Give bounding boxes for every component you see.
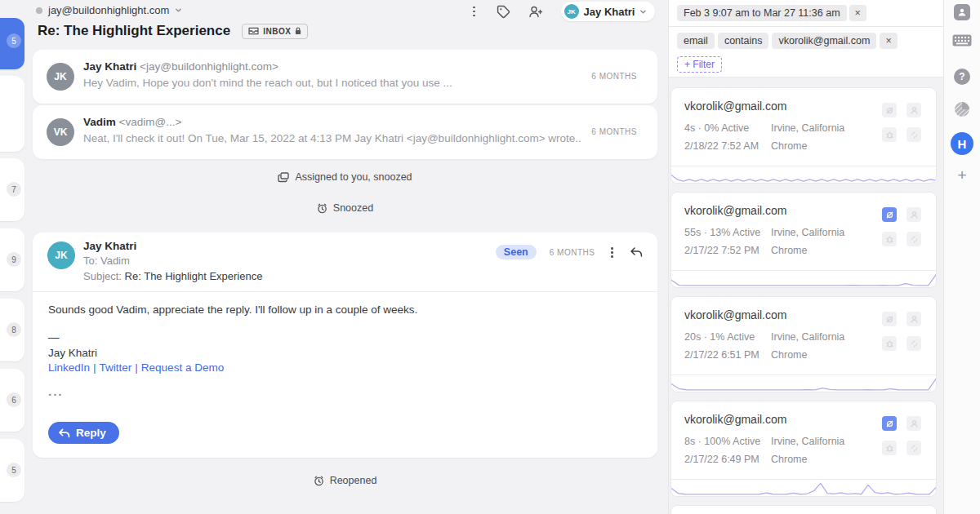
date-filter-section: Feb 3 9:07 am to Mar 27 11:36 am × (669, 0, 943, 27)
reply-arrow-icon[interactable] (630, 246, 643, 258)
message-options-icon[interactable] (608, 244, 617, 261)
remove-filter-icon[interactable]: × (880, 33, 897, 49)
reply-arrow-icon (58, 428, 70, 438)
session-card[interactable] (670, 505, 937, 514)
thread-item-selected[interactable]: 5 (0, 18, 24, 69)
divider (33, 291, 657, 292)
app-window: 5 7 9 8 6 5 jay@buildonhighlight.com (0, 0, 980, 514)
add-person-icon[interactable] (528, 5, 543, 19)
sender-address: <vadim@...> (119, 116, 182, 128)
lock-icon (295, 27, 301, 35)
avatar: JK (564, 4, 579, 19)
session-browser: Chrome (771, 140, 807, 152)
sender-name: Vadim (83, 116, 116, 128)
session-email: vkorolik@gmail.com (684, 413, 786, 426)
rage-clicks-icon (906, 232, 921, 246)
help-icon[interactable]: ? (954, 69, 970, 85)
assigned-icon (278, 172, 289, 183)
chevron-down-icon (175, 7, 182, 14)
message-age: 6 MONTHS (591, 127, 637, 136)
date-range-filter[interactable]: Feb 3 9:07 am to Mar 27 11:36 am (677, 5, 847, 21)
query-filter-section: email contains vkorolik@gmail.com × + Fi… (669, 27, 943, 78)
show-quoted-text-button[interactable]: ... (48, 384, 64, 398)
viewed-icon (882, 103, 897, 117)
account-selector[interactable]: jay@buildonhighlight.com (36, 4, 182, 16)
message-age: 6 MONTHS (591, 72, 637, 81)
session-card[interactable]: vkorolik@gmail.com 20s · 1% Active Irvin… (670, 296, 937, 392)
alarm-clock-icon (314, 476, 324, 486)
activity-sparkline (671, 166, 936, 183)
remove-date-filter-icon[interactable]: × (849, 5, 866, 21)
activity-sparkline (671, 374, 936, 392)
add-filter-button[interactable]: + Filter (677, 56, 722, 73)
avatar: JK (47, 241, 75, 269)
viewed-icon (882, 207, 897, 222)
first-time-user-icon (906, 207, 921, 222)
viewed-icon (882, 416, 897, 431)
session-active-pct: 1% Active (710, 331, 755, 343)
thread-count-badge: 8 (7, 322, 21, 337)
activity-sparkline (671, 270, 936, 287)
session-card[interactable]: vkorolik@gmail.com 4s · 0% Active Irvine… (670, 87, 937, 184)
thread-item[interactable] (0, 76, 24, 152)
session-location: Irvine, California (771, 331, 844, 343)
filter-operator-chip[interactable]: contains (718, 33, 769, 49)
account-email: jay@buildonhighlight.com (48, 4, 169, 16)
session-browser: Chrome (771, 454, 807, 465)
subject-label: Subject: (83, 270, 125, 282)
message-row[interactable]: VK Vadim <vadim@...> Neat, I'll check it… (33, 105, 657, 159)
thread-item[interactable]: 9 (0, 228, 24, 291)
thread-item[interactable]: 5 (0, 439, 24, 502)
session-datetime: 2/18/22 7:52 AM (684, 140, 759, 152)
thread-item[interactable]: 8 (0, 299, 24, 361)
status-snoozed: Snoozed (33, 202, 657, 214)
reply-button[interactable]: Reply (48, 422, 119, 444)
session-active-pct: 0% Active (704, 122, 749, 134)
link-request-demo[interactable]: Request a Demo (141, 361, 224, 374)
session-active-pct: 13% Active (710, 227, 760, 238)
thread-count-badge: 7 (7, 182, 21, 197)
highlight-logo[interactable]: H (951, 132, 973, 155)
session-browser: Chrome (771, 245, 807, 256)
thread-count-badge: 5 (7, 463, 21, 477)
session-email: vkorolik@gmail.com (684, 308, 786, 321)
add-icon[interactable]: + (957, 166, 966, 184)
right-toolbar: ? H + (943, 0, 980, 514)
thread-item[interactable]: 7 (0, 158, 24, 221)
session-location: Irvine, California (771, 122, 844, 134)
inbox-badge[interactable]: INBOX (242, 24, 308, 39)
inbox-icon (248, 27, 259, 35)
subject-value: Re: The Highlight Experience (125, 270, 263, 282)
filter-field-chip[interactable]: email (677, 33, 715, 49)
thread-item[interactable]: 6 (0, 369, 24, 432)
rage-clicks-icon (906, 336, 921, 351)
tag-icon[interactable] (497, 5, 510, 19)
message-age: 6 MONTHS (550, 248, 595, 257)
message-body: Sounds good Vadim, appreciate the reply.… (48, 304, 417, 316)
keyboard-shortcuts-icon[interactable] (952, 34, 972, 47)
thread-count-badge: 9 (7, 252, 21, 267)
assignee-selector[interactable]: JK Jay Khatri (561, 2, 656, 21)
session-card[interactable]: vkorolik@gmail.com 8s · 100% Active Irvi… (670, 401, 937, 497)
session-datetime: 2/17/22 6:51 PM (684, 349, 760, 361)
thread-count-badge: 5 (7, 33, 21, 48)
first-time-user-icon (906, 103, 921, 117)
message-row[interactable]: JK Jay Khatri <jay@buildonhighlight.com>… (33, 50, 657, 104)
message-preview: Neat, I'll check it out! On Tue, Mar 15,… (83, 132, 581, 144)
session-duration: 55s (684, 227, 701, 238)
link-twitter[interactable]: Twitter (100, 361, 132, 374)
errors-icon (882, 441, 897, 455)
more-options-icon[interactable] (470, 3, 479, 20)
status-assigned: Assigned to you, snoozed (33, 171, 657, 183)
first-time-user-icon (906, 416, 921, 431)
profile-icon[interactable] (954, 4, 970, 20)
session-card[interactable]: vkorolik@gmail.com 55s · 13% Active Irvi… (670, 192, 937, 288)
viewed-icon (882, 312, 897, 326)
account-status-dot (36, 7, 42, 14)
rage-clicks-icon (906, 441, 921, 455)
errors-icon (882, 127, 897, 142)
filter-value-chip[interactable]: vkorolik@gmail.com (772, 33, 876, 49)
link-linkedin[interactable]: LinkedIn (48, 361, 90, 374)
theme-toggle-icon[interactable] (954, 101, 970, 117)
signature-name: Jay Khatri (48, 347, 97, 359)
